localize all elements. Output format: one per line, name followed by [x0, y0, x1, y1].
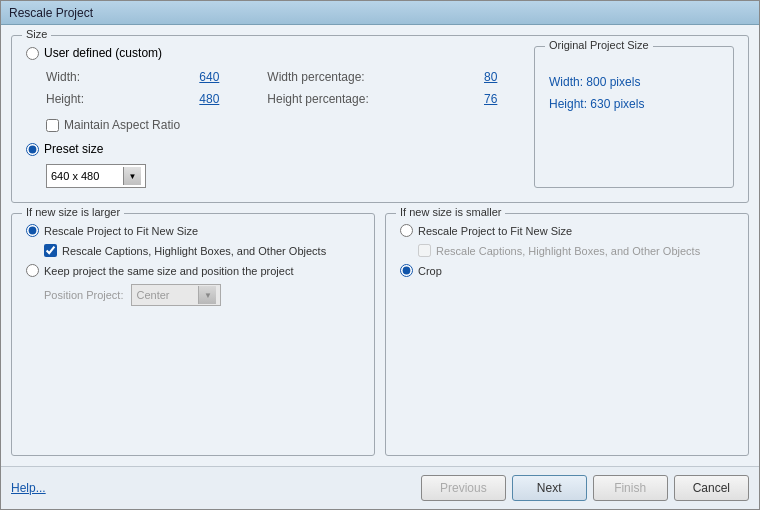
aspect-ratio-row: Maintain Aspect Ratio [46, 118, 524, 132]
preset-dropdown-arrow[interactable]: ▼ [123, 167, 141, 185]
larger-title: If new size is larger [22, 206, 124, 218]
size-left: User defined (custom) Width: 640 Width p… [26, 46, 524, 188]
larger-keep-radio[interactable] [26, 264, 39, 277]
preset-radio-row: Preset size [26, 142, 524, 156]
original-size-box: Original Project Size Width: 800 pixels … [534, 46, 734, 188]
help-link[interactable]: Help... [11, 481, 421, 495]
previous-button[interactable]: Previous [421, 475, 506, 501]
smaller-rescale-checkbox-label: Rescale Captions, Highlight Boxes, and O… [436, 245, 700, 257]
larger-radio1-row: Rescale Project to Fit New Size [26, 224, 360, 237]
position-dropdown-arrow: ▼ [198, 286, 216, 304]
smaller-checkbox-row: Rescale Captions, Highlight Boxes, and O… [418, 244, 734, 257]
preset-size-label: Preset size [44, 142, 103, 156]
smaller-radio2-row: Crop [400, 264, 734, 277]
width-pct-value[interactable]: 80 [484, 68, 524, 86]
smaller-crop-label: Crop [418, 265, 442, 277]
smaller-rescale-label: Rescale Project to Fit New Size [418, 225, 572, 237]
window: Rescale Project Size User defined (custo… [0, 0, 760, 510]
larger-keep-label: Keep project the same size and position … [44, 265, 293, 277]
window-title: Rescale Project [9, 6, 93, 20]
smaller-title: If new size is smaller [396, 206, 505, 218]
larger-box: If new size is larger Rescale Project to… [11, 213, 375, 456]
position-label: Position Project: [44, 289, 123, 301]
width-value[interactable]: 640 [199, 68, 259, 86]
width-pct-label: Width percentage: [267, 68, 476, 86]
footer-buttons: Previous Next Finish Cancel [421, 475, 749, 501]
height-pct-label: Height percentage: [267, 90, 476, 108]
title-bar: Rescale Project [1, 1, 759, 25]
original-size-title: Original Project Size [545, 39, 653, 51]
position-row: Position Project: Center ▼ [44, 284, 360, 306]
larger-rescale-checkbox[interactable] [44, 244, 57, 257]
smaller-crop-radio[interactable] [400, 264, 413, 277]
position-dropdown: Center ▼ [131, 284, 221, 306]
larger-checkbox-row: Rescale Captions, Highlight Boxes, and O… [44, 244, 360, 257]
preset-size-radio[interactable] [26, 143, 39, 156]
smaller-box: If new size is smaller Rescale Project t… [385, 213, 749, 456]
custom-radio-row: User defined (custom) [26, 46, 524, 60]
smaller-radio1-row: Rescale Project to Fit New Size [400, 224, 734, 237]
preset-dropdown-value: 640 x 480 [51, 170, 123, 182]
aspect-ratio-label: Maintain Aspect Ratio [64, 118, 180, 132]
larger-radio2-row: Keep project the same size and position … [26, 264, 360, 277]
bottom-sections: If new size is larger Rescale Project to… [11, 213, 749, 456]
custom-size-radio[interactable] [26, 47, 39, 60]
larger-rescale-label: Rescale Project to Fit New Size [44, 225, 198, 237]
larger-rescale-checkbox-label: Rescale Captions, Highlight Boxes, and O… [62, 245, 326, 257]
finish-button[interactable]: Finish [593, 475, 668, 501]
original-size-info: Width: 800 pixels Height: 630 pixels [549, 71, 719, 115]
height-pct-value[interactable]: 76 [484, 90, 524, 108]
aspect-ratio-checkbox[interactable] [46, 119, 59, 132]
dimensions-grid: Width: 640 Width percentage: 80 Height: … [46, 68, 524, 108]
smaller-rescale-radio[interactable] [400, 224, 413, 237]
original-height: Height: 630 pixels [549, 93, 719, 115]
next-button[interactable]: Next [512, 475, 587, 501]
height-label: Height: [46, 90, 191, 108]
smaller-rescale-checkbox [418, 244, 431, 257]
main-content: Size User defined (custom) Width: 640 Wi… [1, 25, 759, 466]
preset-dropdown[interactable]: 640 x 480 ▼ [46, 164, 146, 188]
height-value[interactable]: 480 [199, 90, 259, 108]
footer: Help... Previous Next Finish Cancel [1, 466, 759, 509]
custom-size-label: User defined (custom) [44, 46, 162, 60]
width-label: Width: [46, 68, 191, 86]
original-width: Width: 800 pixels [549, 71, 719, 93]
cancel-button[interactable]: Cancel [674, 475, 749, 501]
larger-rescale-radio[interactable] [26, 224, 39, 237]
position-dropdown-value: Center [136, 289, 198, 301]
size-inner: User defined (custom) Width: 640 Width p… [26, 46, 734, 188]
size-group: Size User defined (custom) Width: 640 Wi… [11, 35, 749, 203]
size-group-title: Size [22, 28, 51, 40]
